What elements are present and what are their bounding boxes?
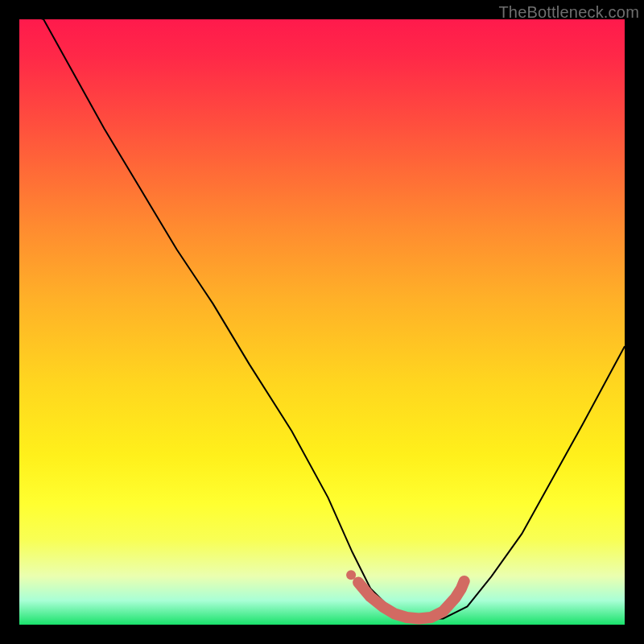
plot-area xyxy=(19,19,625,625)
bottleneck-curve xyxy=(19,19,625,619)
optimal-start-dot xyxy=(346,570,356,580)
optimal-range-marker xyxy=(358,581,464,619)
watermark-text: TheBottleneck.com xyxy=(498,3,639,22)
chart-svg xyxy=(19,19,625,625)
chart-container: TheBottleneck.com xyxy=(0,0,644,644)
